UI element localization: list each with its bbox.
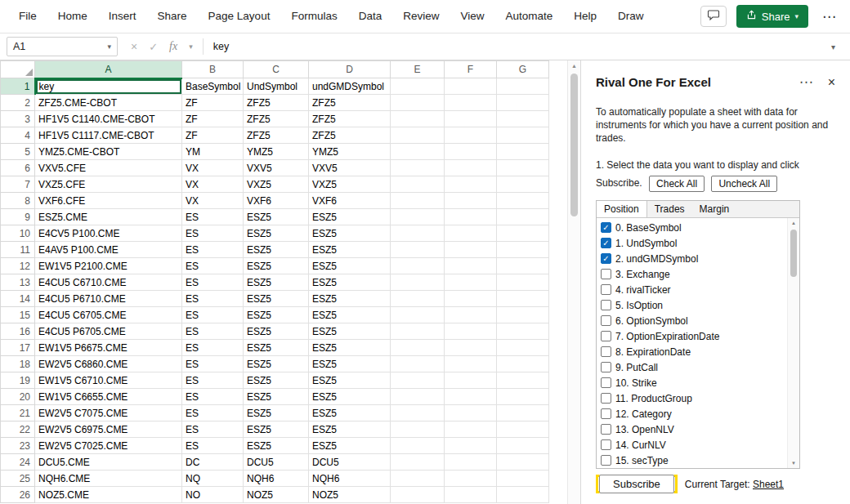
cell-E2[interactable] <box>391 95 445 111</box>
row-header-7[interactable]: 7 <box>1 176 35 193</box>
cell-G10[interactable] <box>497 225 549 242</box>
cell-F12[interactable] <box>445 258 497 274</box>
row-header-20[interactable]: 20 <box>1 389 35 405</box>
cell-D19[interactable]: ESZ5 <box>309 372 391 389</box>
select-all-corner[interactable] <box>1 61 35 78</box>
cell-E20[interactable] <box>391 389 445 405</box>
cell-B19[interactable]: ES <box>182 372 244 389</box>
tab-margin[interactable]: Margin <box>692 201 737 217</box>
field-checkbox-10[interactable] <box>601 377 611 388</box>
cell-A17[interactable]: EW1V5 P6675.CME <box>35 340 182 356</box>
field-item-5[interactable]: 5. IsOption <box>597 297 786 313</box>
field-item-1[interactable]: 1. UndSymbol <box>597 235 786 251</box>
cell-C3[interactable]: ZFZ5 <box>244 111 309 127</box>
cell-E15[interactable] <box>391 307 445 323</box>
cell-E22[interactable] <box>391 421 445 438</box>
cell-C23[interactable]: ESZ5 <box>244 438 309 454</box>
cell-G6[interactable] <box>497 160 549 176</box>
cell-G19[interactable] <box>497 372 549 389</box>
row-header-6[interactable]: 6 <box>1 160 35 176</box>
column-header-A[interactable]: A <box>35 61 182 78</box>
row-header-12[interactable]: 12 <box>1 258 35 274</box>
cell-A22[interactable]: EW2V5 C6975.CME <box>35 421 182 438</box>
ribbon-tab-help[interactable]: Help <box>563 0 607 33</box>
current-target-link[interactable]: Sheet1 <box>753 479 784 490</box>
cell-F7[interactable] <box>445 176 497 193</box>
row-header-22[interactable]: 22 <box>1 421 35 438</box>
cell-B18[interactable]: ES <box>182 356 244 372</box>
ribbon-tab-view[interactable]: View <box>450 0 494 33</box>
field-checkbox-12[interactable] <box>601 408 611 419</box>
cell-E25[interactable] <box>391 471 445 487</box>
column-header-C[interactable]: C <box>244 61 309 78</box>
row-header-11[interactable]: 11 <box>1 242 35 258</box>
cell-A20[interactable]: EW1V5 C6655.CME <box>35 389 182 405</box>
cell-E5[interactable] <box>391 144 445 160</box>
cell-B25[interactable]: NQ <box>182 471 244 487</box>
cell-A7[interactable]: VXZ5.CFE <box>35 176 182 193</box>
list-scroll-up-icon[interactable]: ▲ <box>788 221 799 225</box>
check-all-button[interactable]: Check All <box>649 176 705 192</box>
field-item-0[interactable]: 0. BaseSymbol <box>597 220 786 235</box>
cell-G1[interactable] <box>497 78 549 95</box>
cell-A14[interactable]: E4CU5 P6710.CME <box>35 291 182 307</box>
cell-E19[interactable] <box>391 372 445 389</box>
field-item-2[interactable]: 2. undGMDSymbol <box>597 251 786 266</box>
cell-A4[interactable]: HF1V5 C1117.CME-CBOT <box>35 127 182 144</box>
field-checkbox-2[interactable] <box>601 253 611 264</box>
cell-A12[interactable]: EW1V5 P2100.CME <box>35 258 182 274</box>
scrollbar-thumb[interactable] <box>570 74 578 216</box>
row-header-9[interactable]: 9 <box>1 209 35 225</box>
row-header-3[interactable]: 3 <box>1 111 35 127</box>
row-header-5[interactable]: 5 <box>1 144 35 160</box>
cancel-icon[interactable]: × <box>131 40 137 53</box>
cell-F3[interactable] <box>445 111 497 127</box>
cell-C16[interactable]: ESZ5 <box>244 323 309 340</box>
cell-G20[interactable] <box>497 389 549 405</box>
field-checkbox-13[interactable] <box>601 424 611 435</box>
cell-G16[interactable] <box>497 323 549 340</box>
cell-G25[interactable] <box>497 471 549 487</box>
cell-G3[interactable] <box>497 111 549 127</box>
field-item-9[interactable]: 9. PutCall <box>597 359 786 375</box>
cell-C21[interactable]: ESZ5 <box>244 405 309 421</box>
row-header-15[interactable]: 15 <box>1 307 35 323</box>
panel-more-icon[interactable]: ⋯ <box>799 74 813 91</box>
column-header-G[interactable]: G <box>497 61 549 78</box>
column-header-D[interactable]: D <box>309 61 391 78</box>
cell-G26[interactable] <box>497 487 549 503</box>
field-checkbox-3[interactable] <box>601 269 611 279</box>
cell-C5[interactable]: YMZ5 <box>244 144 309 160</box>
cell-D14[interactable]: ESZ5 <box>309 291 391 307</box>
cell-A25[interactable]: NQH6.CME <box>35 471 182 487</box>
cell-E16[interactable] <box>391 323 445 340</box>
cell-B22[interactable]: ES <box>182 421 244 438</box>
cell-G5[interactable] <box>497 144 549 160</box>
cell-B21[interactable]: ES <box>182 405 244 421</box>
cell-B2[interactable]: ZF <box>182 95 244 111</box>
tab-trades[interactable]: Trades <box>647 201 692 217</box>
cell-G4[interactable] <box>497 127 549 144</box>
cell-B13[interactable]: ES <box>182 274 244 291</box>
row-header-21[interactable]: 21 <box>1 405 35 421</box>
cell-A10[interactable]: E4CV5 P100.CME <box>35 225 182 242</box>
cell-B6[interactable]: VX <box>182 160 244 176</box>
cell-G12[interactable] <box>497 258 549 274</box>
cell-D22[interactable]: ESZ5 <box>309 421 391 438</box>
row-header-1[interactable]: 1 <box>1 78 35 95</box>
cell-B1[interactable]: BaseSymbol <box>182 78 244 95</box>
field-item-10[interactable]: 10. Strike <box>597 375 786 390</box>
cell-D7[interactable]: VXZ5 <box>309 176 391 193</box>
cell-D13[interactable]: ESZ5 <box>309 274 391 291</box>
cell-B20[interactable]: ES <box>182 389 244 405</box>
cell-E7[interactable] <box>391 176 445 193</box>
cell-E3[interactable] <box>391 111 445 127</box>
cell-A23[interactable]: EW2V5 C7025.CME <box>35 438 182 454</box>
field-checkbox-9[interactable] <box>601 362 611 372</box>
cell-A26[interactable]: NOZ5.CME <box>35 487 182 503</box>
comments-button[interactable] <box>700 6 727 27</box>
formula-input[interactable]: key <box>213 41 823 52</box>
field-item-13[interactable]: 13. OpenNLV <box>597 421 786 437</box>
cell-E6[interactable] <box>391 160 445 176</box>
row-header-14[interactable]: 14 <box>1 291 35 307</box>
